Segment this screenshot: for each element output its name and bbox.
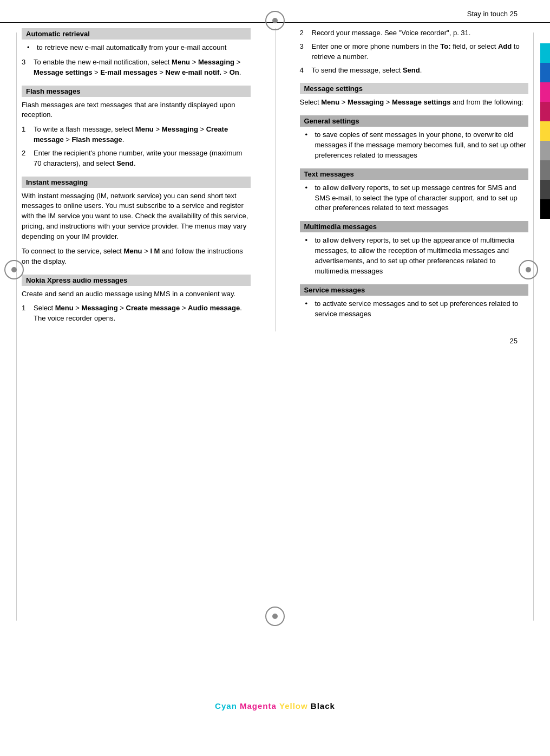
- list-item: 2 Enter the recipient's phone number, wr…: [22, 148, 251, 169]
- num-list-xpress: 1 Select Menu > Messaging > Create messa…: [22, 303, 251, 324]
- bullet-list-general: to save copies of sent messages in your …: [300, 130, 529, 161]
- list-item: to retrieve new e-mail automatically fro…: [22, 43, 251, 53]
- xpress-intro: Create and send an audio message using M…: [22, 289, 251, 299]
- color-tab-magenta: [540, 102, 550, 121]
- section-instant-messaging: Instant messaging With instant messaging…: [22, 177, 251, 267]
- circle-top-icon: [265, 11, 285, 30]
- heading-text-messages: Text messages: [300, 168, 529, 180]
- bottom-magenta: Magenta: [240, 701, 277, 711]
- vline-right: [533, 32, 534, 621]
- heading-general-settings: General settings: [300, 115, 529, 127]
- heading-multimedia-messages: Multimedia messages: [300, 221, 529, 232]
- vline-left: [16, 32, 17, 621]
- left-column: Automatic retrieval to retrieve new e-ma…: [22, 28, 256, 331]
- section-text-messages: Text messages to allow delivery reports,…: [300, 168, 529, 214]
- flash-intro: Flash messages are text messages that ar…: [22, 100, 251, 121]
- instant-para2: To connect to the service, select Menu >…: [22, 246, 251, 267]
- list-item: to allow delivery reports, to set up the…: [300, 236, 529, 276]
- heading-instant-messaging: Instant messaging: [22, 177, 251, 188]
- message-settings-para: Select Menu > Messaging > Message settin…: [300, 97, 529, 108]
- circle-bottom-icon: [265, 607, 285, 626]
- heading-message-settings: Message settings: [300, 83, 529, 94]
- instant-para1: With instant messaging (IM, network serv…: [22, 191, 251, 242]
- column-divider: [275, 28, 276, 331]
- bottom-black: Black: [311, 701, 335, 711]
- color-tab-gray3: [540, 180, 550, 199]
- list-item: 1 To write a flash message, select Menu …: [22, 125, 251, 145]
- list-item: to save copies of sent messages in your …: [300, 130, 529, 161]
- num-list-xpress-cont: 2 Record your message. See "Voice record…: [300, 28, 529, 75]
- section-automatic-retrieval: Automatic retrieval to retrieve new e-ma…: [22, 28, 251, 78]
- circle-right-icon: [519, 260, 538, 279]
- content-area: Automatic retrieval to retrieve new e-ma…: [0, 28, 550, 331]
- page: Stay in touch 25 Automatic retrieval to …: [0, 0, 550, 756]
- color-tab-blue: [540, 63, 550, 82]
- header-title: Stay in touch 25: [467, 10, 518, 18]
- circle-left-icon: [4, 260, 24, 279]
- color-tab-black: [540, 199, 550, 219]
- list-item: to allow delivery reports, to set up mes…: [300, 183, 529, 214]
- color-tab-cyan: [540, 43, 550, 63]
- list-item: 4 To send the message, select Send.: [300, 66, 529, 76]
- section-nokia-xpress: Nokia Xpress audio messages Create and s…: [22, 275, 251, 324]
- color-tab-gray2: [540, 160, 550, 180]
- section-message-settings: Message settings Select Menu > Messaging…: [300, 83, 529, 108]
- list-item: 3 To enable the new e-mail notification,…: [22, 57, 251, 78]
- color-tab-gray1: [540, 141, 550, 160]
- color-tab-yellow: [540, 121, 550, 141]
- bullet-list-automatic: to retrieve new e-mail automatically fro…: [22, 43, 251, 53]
- bullet-list-multimedia: to allow delivery reports, to set up the…: [300, 236, 529, 276]
- right-column: 2 Record your message. See "Voice record…: [294, 28, 529, 331]
- bullet-list-service: to activate service messages and to set …: [300, 299, 529, 320]
- bullet-list-text: to allow delivery reports, to set up mes…: [300, 183, 529, 214]
- color-tab-pink: [540, 82, 550, 102]
- section-multimedia-messages: Multimedia messages to allow delivery re…: [300, 221, 529, 276]
- list-item: 1 Select Menu > Messaging > Create messa…: [22, 303, 251, 324]
- heading-service-messages: Service messages: [300, 284, 529, 296]
- section-general-settings: General settings to save copies of sent …: [300, 115, 529, 161]
- section-xpress-cont: 2 Record your message. See "Voice record…: [300, 28, 529, 75]
- heading-flash-messages: Flash messages: [22, 86, 251, 97]
- bottom-cyan: Cyan: [215, 701, 237, 711]
- section-flash-messages: Flash messages Flash messages are text m…: [22, 86, 251, 169]
- color-tabs: [540, 43, 550, 219]
- heading-automatic-retrieval: Automatic retrieval: [22, 28, 251, 40]
- page-number: 25: [0, 331, 550, 345]
- bottom-bar: Cyan Magenta Yellow Black: [0, 699, 550, 713]
- list-item: to activate service messages and to set …: [300, 299, 529, 320]
- heading-nokia-xpress: Nokia Xpress audio messages: [22, 275, 251, 286]
- list-item: 2 Record your message. See "Voice record…: [300, 28, 529, 38]
- section-service-messages: Service messages to activate service mes…: [300, 284, 529, 320]
- bottom-yellow: Yellow: [279, 701, 308, 711]
- num-list-automatic: 3 To enable the new e-mail notification,…: [22, 57, 251, 78]
- list-item: 3 Enter one or more phone numbers in the…: [300, 42, 529, 62]
- num-list-flash: 1 To write a flash message, select Menu …: [22, 125, 251, 168]
